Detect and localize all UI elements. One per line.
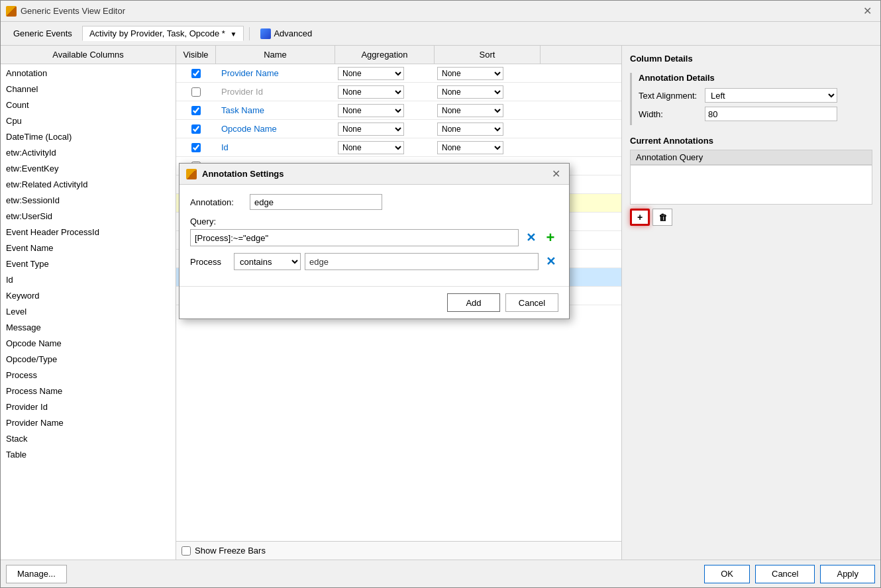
annotation-settings-modal: Annotation Settings ✕ Annotation: Query:… [179,163,570,319]
modal-title-text: Annotation Settings [202,169,544,179]
query-input[interactable] [190,229,519,246]
modal-cancel-button[interactable]: Cancel [505,293,558,312]
annotation-label: Annotation: [190,197,250,207]
modal-add-button[interactable]: Add [447,293,500,312]
annotation-field-row: Annotation: [190,194,558,210]
annotation-input[interactable] [250,194,382,210]
query-clear-button[interactable]: ✕ [523,230,539,246]
modal-title-bar: Annotation Settings ✕ [180,164,569,185]
modal-footer: Add Cancel [180,286,569,318]
filter-value-input[interactable] [305,253,539,270]
query-add-button[interactable]: + [543,230,558,246]
query-label: Query: [190,217,558,226]
modal-overlay: Annotation Settings ✕ Annotation: Query:… [0,0,881,588]
modal-icon [186,169,197,179]
filter-process-label: Process [190,257,230,267]
modal-body: Annotation: Query: ✕ + Process contains … [180,185,569,286]
query-row: ✕ + [190,229,558,246]
query-section: Query: ✕ + [190,217,558,246]
filter-row: Process contains equals starts with ends… [190,253,558,270]
filter-clear-button[interactable]: ✕ [543,254,558,270]
modal-close-button[interactable]: ✕ [549,168,562,180]
filter-operator-select[interactable]: contains equals starts with ends with no… [234,253,301,270]
